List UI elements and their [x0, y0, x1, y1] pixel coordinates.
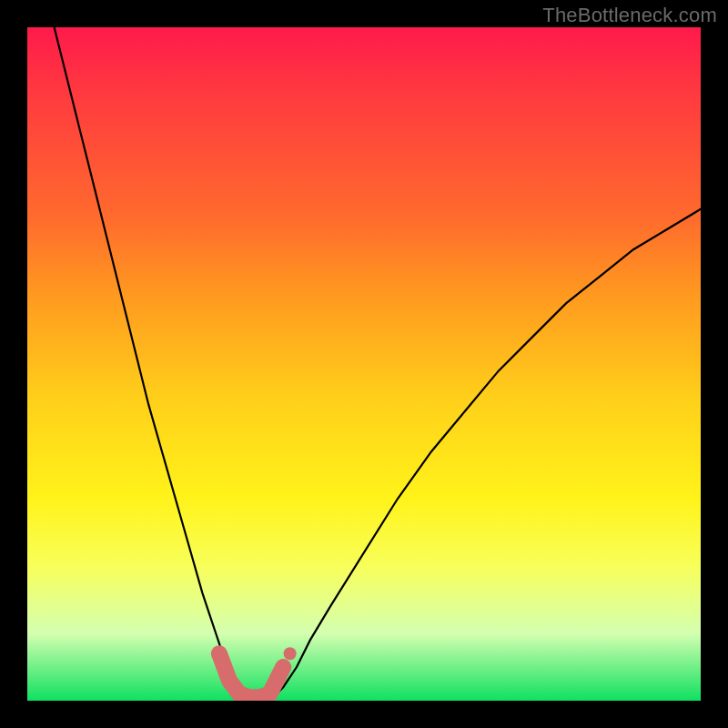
chart-frame: TheBottleneck.com — [0, 0, 728, 728]
bottleneck-curve — [55, 27, 701, 697]
curve-svg — [27, 27, 701, 701]
trough-worm — [219, 653, 283, 697]
trough-end-dot — [284, 647, 297, 660]
plot-area — [27, 27, 701, 701]
trough-markers — [219, 647, 297, 697]
watermark-text: TheBottleneck.com — [542, 4, 717, 27]
